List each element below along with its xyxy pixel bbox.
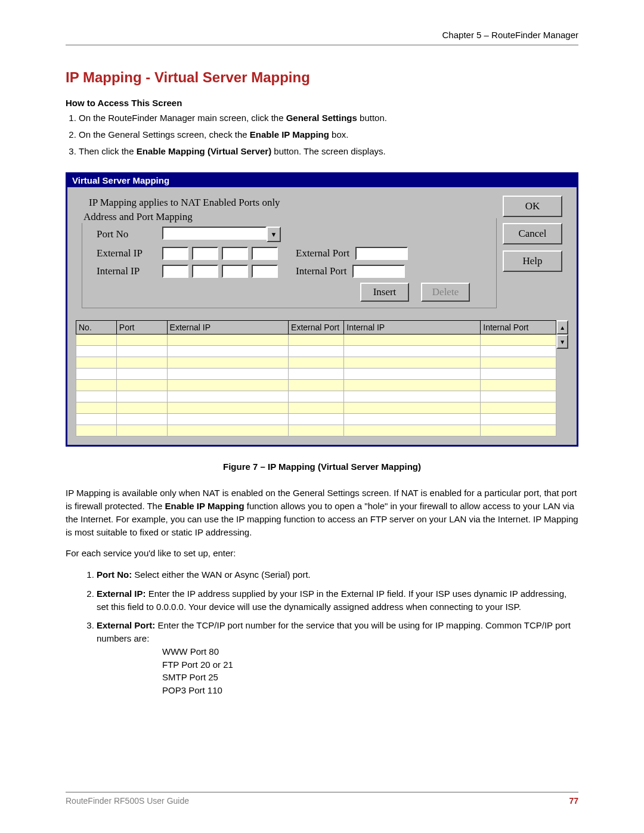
scroll-down-icon[interactable]: ▼ bbox=[556, 335, 568, 349]
common-ports: WWW Port 80 FTP Port 20 or 21 SMTP Port … bbox=[162, 645, 578, 697]
ip-octet[interactable] bbox=[192, 247, 218, 260]
internal-port-label: Internal Port bbox=[296, 265, 346, 277]
ip-octet[interactable] bbox=[252, 247, 278, 260]
bold: External IP: bbox=[97, 589, 146, 599]
port-no-label: Port No bbox=[97, 228, 162, 240]
table-row[interactable] bbox=[76, 402, 556, 414]
text: On the General Settings screen, check th… bbox=[79, 129, 250, 140]
bold: Enable Mapping (Virtual Server) bbox=[137, 146, 271, 156]
text: Enter the TCP/IP port number for the ser… bbox=[97, 620, 571, 643]
page-title: IP Mapping - Virtual Server Mapping bbox=[66, 69, 578, 86]
col-no: No. bbox=[76, 321, 117, 335]
help-button[interactable]: Help bbox=[503, 250, 562, 272]
setup-steps: Port No: Select either the WAN or Async … bbox=[97, 568, 578, 697]
table-row[interactable] bbox=[76, 368, 556, 380]
access-step-3: Then click the Enable Mapping (Virtual S… bbox=[79, 145, 578, 158]
step-external-ip: External IP: Enter the IP address suppli… bbox=[97, 587, 578, 614]
port-no-combo[interactable]: ▼ bbox=[162, 227, 281, 242]
port-no-input[interactable] bbox=[162, 227, 267, 240]
insert-button[interactable]: Insert bbox=[360, 283, 409, 302]
bold: Enable IP Mapping bbox=[165, 501, 244, 511]
scroll-up-icon[interactable]: ▲ bbox=[556, 320, 568, 335]
bold: External Port: bbox=[97, 620, 155, 630]
text: On the RouteFinder Manager main screen, … bbox=[79, 113, 286, 123]
dialog-titlebar: Virtual Server Mapping bbox=[67, 174, 577, 187]
col-ext-ip: External IP bbox=[167, 321, 288, 335]
port-smtp: SMTP Port 25 bbox=[162, 671, 578, 684]
access-steps: On the RouteFinder Manager main screen, … bbox=[79, 112, 578, 157]
internal-ip-field[interactable] bbox=[162, 265, 278, 278]
col-int-ip: Internal IP bbox=[344, 321, 481, 335]
external-ip-label: External IP bbox=[97, 247, 162, 259]
address-port-group: Address and Port Mapping Port No ▼ Exter… bbox=[82, 218, 497, 308]
nat-note: IP Mapping applies to NAT Enabled Ports … bbox=[89, 197, 568, 209]
text: Then click the bbox=[79, 146, 137, 156]
text: Select either the WAN or Async (Serial) … bbox=[132, 569, 311, 580]
ip-octet[interactable] bbox=[162, 265, 188, 278]
ip-octet[interactable] bbox=[162, 247, 188, 260]
text: button. The screen displays. bbox=[271, 146, 386, 156]
table-row[interactable] bbox=[76, 380, 556, 391]
dialog-screenshot: Virtual Server Mapping IP Mapping applie… bbox=[66, 172, 578, 447]
chapter-header: Chapter 5 – RouteFinder Manager bbox=[66, 30, 578, 45]
port-www: WWW Port 80 bbox=[162, 645, 578, 658]
table-scrollbar[interactable]: ▲ ▼ bbox=[556, 320, 568, 349]
footer-page-number: 77 bbox=[569, 796, 578, 806]
delete-button[interactable]: Delete bbox=[421, 283, 470, 302]
text: Enter the IP address supplied by your IS… bbox=[97, 589, 566, 612]
chevron-down-icon[interactable]: ▼ bbox=[267, 227, 281, 242]
table-row[interactable] bbox=[76, 335, 556, 346]
col-ext-port: External Port bbox=[289, 321, 344, 335]
figure-caption: Figure 7 – IP Mapping (Virtual Server Ma… bbox=[66, 462, 578, 472]
bold: Enable IP Mapping bbox=[250, 129, 329, 140]
text: button. bbox=[357, 113, 387, 123]
external-ip-field[interactable] bbox=[162, 247, 278, 260]
table-row[interactable] bbox=[76, 425, 556, 436]
body-para-1: IP Mapping is available only when NAT is… bbox=[66, 487, 578, 538]
ip-octet[interactable] bbox=[192, 265, 218, 278]
ip-octet[interactable] bbox=[252, 265, 278, 278]
cancel-button[interactable]: Cancel bbox=[503, 223, 562, 244]
ip-octet[interactable] bbox=[222, 265, 248, 278]
ip-octet[interactable] bbox=[222, 247, 248, 260]
mapping-table-wrap: No. Port External IP External Port Inter… bbox=[76, 320, 568, 436]
external-port-label: External Port bbox=[296, 247, 349, 259]
mapping-table: No. Port External IP External Port Inter… bbox=[76, 320, 556, 436]
port-pop3: POP3 Port 110 bbox=[162, 684, 578, 697]
step-port-no: Port No: Select either the WAN or Async … bbox=[97, 568, 578, 581]
table-row[interactable] bbox=[76, 346, 556, 357]
table-row[interactable] bbox=[76, 414, 556, 425]
access-heading: How to Access This Screen bbox=[66, 98, 578, 108]
access-step-2: On the General Settings screen, check th… bbox=[79, 128, 578, 141]
table-row[interactable] bbox=[76, 357, 556, 368]
bold: General Settings bbox=[286, 113, 357, 123]
access-step-1: On the RouteFinder Manager main screen, … bbox=[79, 112, 578, 125]
page-footer: RouteFinder RF500S User Guide 77 bbox=[66, 792, 578, 806]
text: box. bbox=[329, 129, 349, 140]
col-port: Port bbox=[116, 321, 167, 335]
table-row[interactable] bbox=[76, 391, 556, 402]
col-int-port: Internal Port bbox=[481, 321, 556, 335]
external-port-field[interactable] bbox=[355, 247, 408, 260]
step-external-port: External Port: Enter the TCP/IP port num… bbox=[97, 619, 578, 697]
internal-ip-label: Internal IP bbox=[97, 265, 162, 277]
ok-button[interactable]: OK bbox=[503, 196, 562, 217]
internal-port-field[interactable] bbox=[352, 265, 405, 278]
bold: Port No: bbox=[97, 569, 132, 580]
port-ftp: FTP Port 20 or 21 bbox=[162, 658, 578, 671]
footer-guide: RouteFinder RF500S User Guide bbox=[66, 796, 189, 806]
body-para-2: For each service you'd like to set up, e… bbox=[66, 547, 578, 560]
group-legend: Address and Port Mapping bbox=[81, 211, 196, 223]
